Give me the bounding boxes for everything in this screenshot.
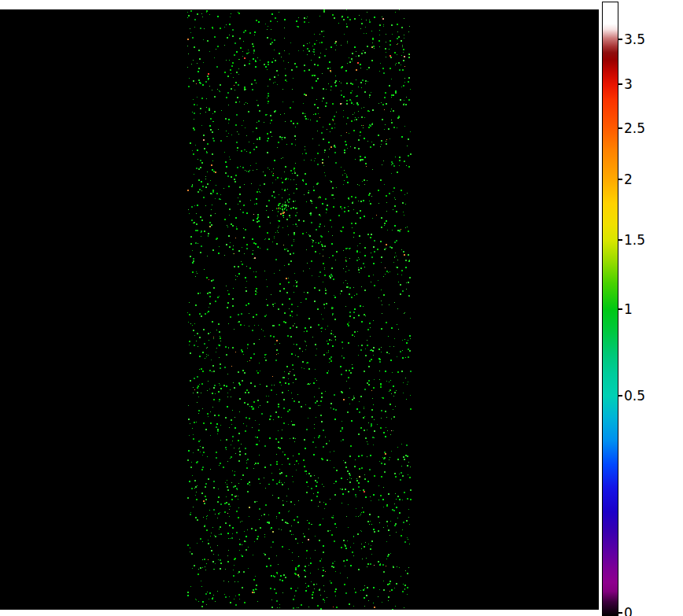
image-panel[interactable]: [0, 9, 599, 610]
colorbar-tick-mark: [618, 179, 622, 180]
colorbar-tick-label: 1: [624, 302, 633, 316]
events-scatter-canvas[interactable]: [0, 9, 599, 610]
colorbar-tick-mark: [618, 395, 622, 397]
colorbar-tick-mark: [618, 308, 622, 310]
colorbar-tick-label: 2.5: [624, 121, 645, 135]
colorbar-tick-label: 1.5: [624, 233, 645, 247]
colorbar-tick-label: 3.5: [624, 32, 645, 46]
figure-canvas: 3.532.521.510.50: [0, 0, 683, 616]
colorbar-tick-label: 0: [624, 606, 633, 616]
colorbar-tick-mark: [618, 239, 622, 241]
colorbar-tick-mark: [618, 127, 622, 129]
colorbar-tick-mark: [618, 39, 622, 40]
colorbar-tick-label: 2: [624, 172, 633, 186]
colorbar-tick-mark: [618, 612, 622, 614]
colorbar-gradient: [602, 2, 618, 616]
colorbar-tick-label: 3: [624, 77, 633, 91]
colorbar-tick-label: 0.5: [624, 389, 645, 403]
colorbar-tick-mark: [618, 83, 622, 85]
